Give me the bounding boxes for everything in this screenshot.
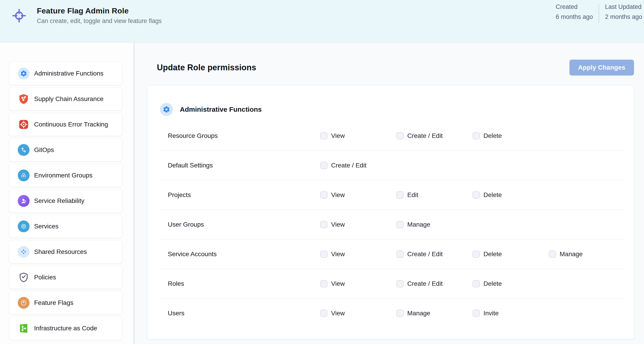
permission-option: Edit <box>396 191 472 199</box>
permission-checkbox[interactable] <box>320 132 328 139</box>
permission-label[interactable]: Manage <box>407 310 430 317</box>
permission-checkbox[interactable] <box>396 250 404 258</box>
permission-checkbox[interactable] <box>472 310 480 317</box>
permission-checkbox[interactable] <box>396 221 404 228</box>
permission-label[interactable]: Create / Edit <box>407 280 443 287</box>
permission-label[interactable]: Manage <box>407 221 430 228</box>
permission-checkbox[interactable] <box>396 280 404 287</box>
created-meta: Created 6 months ago <box>556 3 593 23</box>
sidebar-item-services[interactable]: Services <box>9 215 122 238</box>
sidebar-item-partial[interactable] <box>9 342 122 344</box>
apply-changes-button[interactable]: Apply Changes <box>570 60 634 76</box>
permission-label[interactable]: View <box>331 132 345 139</box>
resource-name: Resource Groups <box>168 132 320 139</box>
shield-network-icon <box>18 93 30 105</box>
section-title: Administrative Functions <box>180 106 262 113</box>
permission-rows: Resource Groups View Create / Edit Delet… <box>147 121 634 328</box>
sidebar-item-label: Continuous Error Tracking <box>34 121 108 128</box>
permission-option: Manage <box>396 221 472 228</box>
permission-cells: View Create / Edit Delete <box>320 280 549 287</box>
git-branch-icon <box>18 144 30 156</box>
sidebar-item-environment-groups[interactable]: Environment Groups <box>9 164 122 187</box>
permission-label[interactable]: Delete <box>484 191 502 199</box>
permission-option: Delete <box>472 250 549 258</box>
permission-checkbox[interactable] <box>472 191 480 199</box>
sidebar-item-service-reliability[interactable]: Service Reliability <box>9 190 122 212</box>
resource-sidebar: Administrative Functions Supply Chain As… <box>0 43 134 344</box>
permission-checkbox[interactable] <box>396 191 404 199</box>
sidebar-item-label: GitOps <box>34 146 54 154</box>
sidebar-item-label: Feature Flags <box>34 299 74 306</box>
permission-label[interactable]: Edit <box>407 191 418 199</box>
sidebar-item-infrastructure-as-code[interactable]: Infrastructure as Code <box>9 317 122 340</box>
created-value: 6 months ago <box>556 13 593 21</box>
permission-label[interactable]: Create / Edit <box>407 132 443 139</box>
feature-flag-icon <box>18 297 30 309</box>
last-updated-meta: Last Updated 2 months ago <box>605 3 642 23</box>
permission-row-resource-groups: Resource Groups View Create / Edit Delet… <box>159 121 625 151</box>
permission-row-users: Users View Manage Invite <box>159 298 625 328</box>
permission-cells: View Create / Edit Delete <box>320 132 549 139</box>
permission-checkbox[interactable] <box>396 310 404 317</box>
sidebar-item-label: Infrastructure as Code <box>34 325 97 332</box>
page-subtitle: Can create, edit, toggle and view featur… <box>37 18 162 25</box>
permission-checkbox[interactable] <box>320 221 328 228</box>
permission-label[interactable]: Delete <box>484 132 502 139</box>
error-target-icon <box>18 119 30 130</box>
permission-checkbox[interactable] <box>472 280 480 287</box>
role-header-left: Feature Flag Admin Role Can create, edit… <box>0 0 162 25</box>
permission-label[interactable]: View <box>331 310 345 317</box>
sidebar-item-continuous-error-tracking[interactable]: Continuous Error Tracking <box>9 113 122 136</box>
sidebar-item-feature-flags[interactable]: Feature Flags <box>9 291 122 314</box>
permissions-card: Administrative Functions Resource Groups… <box>147 86 634 339</box>
page-title: Feature Flag Admin Role <box>37 6 162 15</box>
permission-row-default-settings: Default Settings Create / Edit <box>159 151 625 180</box>
permission-row-roles: Roles View Create / Edit Delete <box>159 269 625 298</box>
permission-cells: View Create / Edit Delete Manage <box>320 250 625 258</box>
sidebar-item-policies[interactable]: Policies <box>9 266 122 289</box>
permission-checkbox[interactable] <box>320 250 328 258</box>
permission-checkbox[interactable] <box>472 250 480 258</box>
gear-icon <box>160 103 173 116</box>
permission-option: View <box>320 191 396 199</box>
permission-label[interactable]: Create / Edit <box>331 162 366 169</box>
sidebar-item-administrative-functions[interactable]: Administrative Functions <box>9 62 122 85</box>
last-updated-label: Last Updated <box>605 3 642 11</box>
permission-option: View <box>320 280 396 287</box>
permission-cells: View Edit Delete <box>320 191 549 199</box>
permission-option: View <box>320 221 396 228</box>
permission-checkbox[interactable] <box>396 132 404 139</box>
permission-checkbox[interactable] <box>320 162 328 169</box>
permission-checkbox[interactable] <box>320 280 328 287</box>
sidebar-item-supply-chain-assurance[interactable]: Supply Chain Assurance <box>9 88 122 110</box>
permission-checkbox[interactable] <box>549 250 556 258</box>
permission-option: Delete <box>472 280 549 287</box>
permission-option: Invite <box>472 310 549 317</box>
update-permissions-heading: Update Role permissions <box>157 63 256 72</box>
sidebar-item-label: Shared Resources <box>34 248 87 255</box>
permission-label[interactable]: View <box>331 280 345 287</box>
permission-checkbox[interactable] <box>472 132 480 139</box>
permission-row-user-groups: User Groups View Manage <box>159 210 625 239</box>
permission-label[interactable]: View <box>331 191 345 199</box>
sidebar-item-gitops[interactable]: GitOps <box>9 139 122 161</box>
environment-groups-icon <box>18 169 30 181</box>
role-header: Feature Flag Admin Role Can create, edit… <box>0 0 644 43</box>
sidebar-item-shared-resources[interactable]: Shared Resources <box>9 240 122 263</box>
permission-label[interactable]: Invite <box>484 310 499 317</box>
resource-name: Default Settings <box>168 162 320 169</box>
created-label: Created <box>556 3 593 11</box>
infrastructure-icon <box>18 322 30 334</box>
permission-checkbox[interactable] <box>320 310 328 317</box>
permission-label[interactable]: Manage <box>560 250 582 258</box>
permission-checkbox[interactable] <box>320 191 328 199</box>
permission-label[interactable]: Create / Edit <box>407 250 443 258</box>
permission-cells: View Manage Invite <box>320 310 549 317</box>
resource-name: User Groups <box>168 221 320 228</box>
permission-label[interactable]: Delete <box>484 250 502 258</box>
permission-label[interactable]: Delete <box>484 280 502 287</box>
permission-label[interactable]: View <box>331 250 345 258</box>
sidebar-item-label: Administrative Functions <box>34 70 104 77</box>
permission-option: View <box>320 132 396 139</box>
permission-label[interactable]: View <box>331 221 345 228</box>
